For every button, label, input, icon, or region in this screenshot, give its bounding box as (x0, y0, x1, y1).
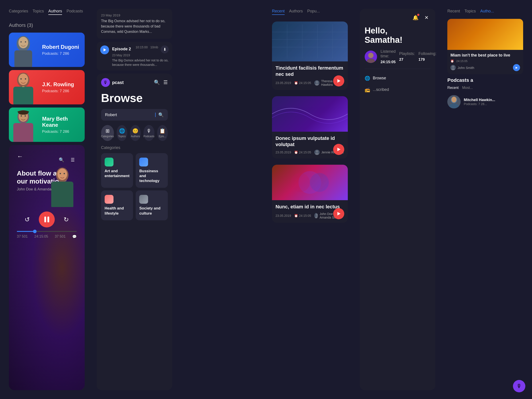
feedback-icon[interactable]: 💬 (72, 234, 77, 239)
col-hello: 🔔 ✕ Hello, Samatha! Listened time: (356, 5, 440, 394)
pause-button[interactable] (39, 211, 55, 228)
episode-time: 10:15:00 (136, 45, 148, 53)
col-podcast-feed: Recent Authors Popu... Tinci (268, 5, 352, 394)
feed-tab-recent[interactable]: Recent (272, 9, 285, 15)
search-box[interactable]: Robert 🔍 (101, 109, 168, 120)
topics-filter-icon: 🌐 (119, 128, 125, 134)
cat-label-art: Art and entertainment (105, 169, 130, 178)
filter-tab-podcasts[interactable]: 🎙 Podcasts (143, 125, 154, 141)
authors-filter-icon: 😊 (132, 128, 138, 134)
author-info-rowling: J.K. Rowling Podcasts: 7 286 (38, 78, 78, 97)
category-art[interactable]: Art and entertainment (101, 153, 133, 188)
episodes-filter-label: Epis... (159, 135, 166, 138)
recent-tab-topics[interactable]: Topics (464, 9, 476, 13)
categories-grid: Art and entertainment Bussiness and tech… (101, 153, 168, 220)
stat-listened-label: Listened time: (381, 49, 396, 58)
progress-bar[interactable] (17, 231, 77, 232)
filter-tabs: ⊞ Categories 🌐 Topics 😊 Authors 🎙 Podcas… (101, 125, 168, 141)
podcasts-filter-label: Podcasts (143, 135, 154, 138)
small-podcast-card[interactable]: Miam isn't the best place to live ⏰ 24:1… (447, 19, 523, 74)
play-episode-2[interactable] (100, 45, 109, 54)
feed-tab-popular[interactable]: Popu... (307, 9, 320, 15)
feed-tab-authors[interactable]: Authors (289, 9, 303, 15)
filter-tab-episodes[interactable]: 📋 Epis... (157, 125, 168, 141)
recent-tab-recent[interactable]: Recent (447, 9, 460, 13)
filter-tab-topics[interactable]: 🌐 Topics (117, 125, 127, 141)
cat-icon-business (139, 158, 148, 166)
categories-filter-label: Categories (101, 135, 114, 138)
author-card-mary[interactable]: Mary Beth Keane Podcasts: 7 286 (9, 108, 85, 142)
svg-rect-21 (272, 24, 348, 58)
author-list-avatar-svg (447, 95, 461, 108)
feed-card-3[interactable]: Nunc, etiam id in nec lectus 23.05.2019 … (272, 165, 348, 223)
episode-date-1: 23 May 2019 (101, 13, 168, 17)
category-health[interactable]: Health and lifestyle (101, 190, 133, 220)
small-podcast-title: Miam isn't the best place to live (450, 53, 520, 58)
browse-icon: 🌐 (365, 76, 370, 81)
feed-card-2-thumb (272, 96, 348, 132)
download-button[interactable]: ⬇ (161, 45, 169, 53)
rewind-button[interactable]: ↺ (22, 215, 32, 224)
tab-topics[interactable]: Topics (32, 9, 44, 15)
author-card-rowling[interactable]: J.K. Rowling Podcasts: 7 286 (9, 70, 85, 104)
svg-rect-17 (51, 182, 73, 207)
author-list-item[interactable]: Mitchell Hawkin... Podcasts: 7 28... (447, 92, 523, 111)
svg-point-2 (18, 37, 28, 48)
authors-count: Authors (3) (9, 20, 85, 30)
svg-point-35 (310, 173, 329, 192)
podcasts-section-title: Podcasts a (447, 77, 523, 83)
author-image-rowling (9, 70, 38, 104)
back-button[interactable]: ← (17, 153, 23, 160)
authors-filter-label: Authors (131, 135, 140, 138)
menu-icon-browse[interactable]: ☰ (163, 80, 168, 85)
svg-point-14 (21, 115, 22, 117)
category-society[interactable]: Society and culture (136, 190, 168, 220)
podcasts-tab-most[interactable]: Most... (462, 86, 473, 90)
search-icon-browse[interactable]: 🔍 (154, 80, 160, 85)
svg-point-15 (25, 115, 26, 117)
feed-card-3-play[interactable] (333, 208, 344, 219)
player-person-svg (48, 163, 77, 207)
recent-tab-authors[interactable]: Autho... (480, 9, 494, 13)
filter-tab-categories[interactable]: ⊞ Categories (101, 125, 114, 141)
browse-card: 🎙 pcast 🔍 ☰ Browse Robert 🔍 ⊞ Categories (97, 74, 172, 390)
tab-categories[interactable]: Categories (9, 9, 28, 15)
user-stats: Listened time: 24:15:05 Playlists: 27 Fo… (365, 49, 431, 64)
player-card: ← 🔍 ☰ About flow and our motivations Joh… (9, 145, 85, 390)
hello-title: Hello, Samatha! (365, 26, 431, 45)
stat-playlists: Playlists: 27 (399, 51, 415, 62)
author-image-robert (9, 32, 38, 67)
col-spacer (180, 5, 264, 394)
forward-button[interactable]: ↻ (61, 215, 71, 224)
small-podcast-author: John Smith ▶ (450, 64, 520, 71)
time-left: 37 501 (17, 234, 28, 239)
nav-browse[interactable]: 🌐 Browse (365, 72, 431, 84)
category-business[interactable]: Bussiness and technology (136, 153, 168, 188)
feed-card-1-date: 23.05.2019 (276, 81, 291, 85)
close-button[interactable]: ✕ (423, 14, 431, 22)
feed-card-1[interactable]: Tincidunt facilisis fermentum nec sed 23… (272, 21, 348, 90)
hello-card: 🔔 ✕ Hello, Samatha! Listened time: (360, 9, 436, 390)
feed-card-3-time: ⏰ 24:15:05 (294, 214, 311, 217)
svg-point-29 (316, 81, 318, 83)
author-podcasts-rowling: Podcasts: 7 286 (42, 89, 74, 93)
search-icon-input[interactable]: 🔍 (158, 112, 164, 117)
feed-card-1-avatar (314, 80, 319, 86)
small-play-button[interactable]: ▶ (513, 64, 520, 71)
tab-podcasts-nav[interactable]: Podcasts (66, 9, 83, 15)
col-authors: Categories Topics Authors Podcasts Autho… (5, 5, 89, 394)
feed-card-2[interactable]: Donec ipsum vulputate id volutpat 23.05.… (272, 96, 348, 158)
notification-button[interactable]: 🔔 (412, 14, 419, 22)
player-content: ← 🔍 ☰ About flow and our motivations Joh… (13, 149, 80, 242)
author-card-robert[interactable]: Robert Dugoni Podcasts: 7 286 (9, 32, 85, 67)
feed-card-2-play[interactable] (333, 144, 344, 155)
podcasts-section: Podcasts a Recent Most... Mitchell Hawki… (447, 77, 523, 111)
svg-point-8 (20, 78, 22, 80)
feed-card-1-play[interactable] (333, 75, 344, 86)
podcasts-tab-recent[interactable]: Recent (447, 86, 459, 90)
nav-subscribed[interactable]: 📻 ...scribed (365, 84, 431, 95)
filter-tab-authors[interactable]: 😊 Authors (130, 125, 141, 141)
tab-authors[interactable]: Authors (48, 9, 62, 15)
categories-filter-icon: ⊞ (106, 128, 109, 134)
episode-info-2: Episode 2 10:15:00 10mb ⬇ 23 May 2019 Th… (112, 45, 169, 67)
